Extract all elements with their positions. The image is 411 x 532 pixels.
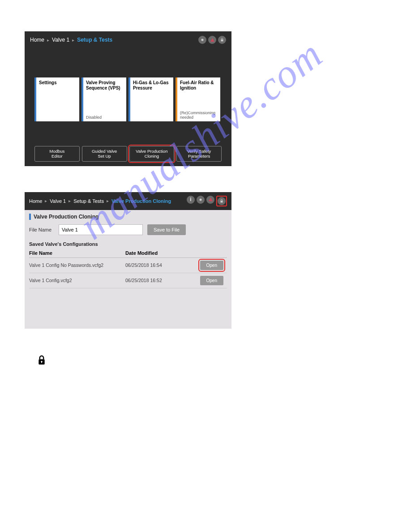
verify-safety-parameters-button[interactable]: Verify Safety Parameters [176, 146, 222, 162]
cards-row: Settings Valve Proving Sequence (VPS) Di… [25, 48, 231, 121]
modbus-editor-button[interactable]: Modbus Editor [34, 146, 80, 162]
card-title: Hi-Gas & Lo-Gas Pressure [133, 80, 171, 91]
screenshot-cloning: Home ▸ Valve 1 ▸ Setup & Tests ▸ Valve P… [25, 192, 231, 329]
lock-standalone [25, 355, 386, 367]
cell-date: 06/25/2018 16:54 [125, 262, 192, 268]
warning-icon[interactable] [208, 36, 216, 44]
info-icon[interactable]: i [187, 196, 195, 204]
filename-label: File Name [29, 227, 54, 232]
cell-file-name: Valve 1 Config No Passwords.vcfg2 [29, 262, 125, 268]
card-title: Valve Proving Sequence (VPS) [86, 80, 124, 91]
breadcrumb-home[interactable]: Home [29, 198, 42, 204]
breadcrumb-home[interactable]: Home [30, 37, 44, 43]
table-row: Valve 1 Config.vcfg2 06/25/2018 16:52 Op… [29, 273, 227, 288]
svg-point-0 [201, 39, 204, 41]
guided-valve-setup-button[interactable]: Guided Valve Set Up [82, 146, 127, 162]
card-fuel-air[interactable]: Fuel-Air Ratio & Ignition (Re)Commission… [176, 77, 220, 121]
svg-rect-6 [41, 361, 42, 363]
save-to-file-button[interactable]: Save to File [147, 224, 186, 235]
open-button[interactable]: Open [200, 276, 223, 285]
breadcrumb: Home ▸ Valve 1 ▸ Setup & Tests ▸ Valve P… [29, 198, 171, 204]
bottom-buttons: Modbus Editor Guided Valve Set Up Valve … [25, 121, 231, 162]
cell-file-name: Valve 1 Config.vcfg2 [29, 278, 125, 283]
chevron-icon: ▸ [72, 38, 74, 43]
breadcrumb-valve[interactable]: Valve 1 [50, 198, 66, 204]
open-button[interactable]: Open [200, 261, 223, 270]
table-row: Valve 1 Config No Passwords.vcfg2 06/25/… [29, 258, 227, 273]
cloning-content: Valve Production Cloning File Name Save … [25, 210, 231, 329]
breadcrumb-current: Setup & Tests [77, 37, 112, 43]
card-gas-pressure[interactable]: Hi-Gas & Lo-Gas Pressure [128, 77, 173, 121]
camera-icon[interactable] [197, 196, 205, 204]
topbar-icons: i [187, 196, 227, 206]
svg-rect-3 [221, 201, 223, 202]
lock-icon [37, 359, 46, 367]
warning-icon[interactable] [206, 196, 214, 204]
card-vps[interactable]: Valve Proving Sequence (VPS) Disabled [81, 77, 126, 121]
breadcrumb-current: Valve Production Cloning [111, 198, 171, 204]
chevron-icon: ▸ [68, 198, 71, 203]
card-settings[interactable]: Settings [34, 77, 79, 121]
chevron-icon: ▸ [47, 38, 49, 43]
topbar-icons [198, 36, 226, 44]
card-title: Fuel-Air Ratio & Ignition [180, 80, 218, 91]
lock-icon[interactable] [218, 197, 226, 205]
chevron-icon: ▸ [45, 198, 47, 203]
section-title: Valve Production Cloning [29, 214, 227, 220]
table-header: File Name Date Modified [29, 249, 227, 258]
svg-point-2 [200, 198, 202, 201]
svg-rect-1 [221, 39, 223, 41]
filename-row: File Name Save to File [29, 224, 227, 235]
chevron-icon: ▸ [107, 198, 109, 203]
camera-icon[interactable] [198, 36, 206, 44]
col-file-name: File Name [29, 250, 125, 256]
topbar: Home ▸ Valve 1 ▸ Setup & Tests ▸ Valve P… [25, 192, 231, 210]
valve-production-cloning-button[interactable]: Valve Production Cloning [129, 146, 175, 162]
screenshot-setup-tests: Home ▸ Valve 1 ▸ Setup & Tests Set [25, 31, 231, 166]
col-date-modified: Date Modified [125, 250, 192, 256]
card-title: Settings [39, 80, 77, 86]
breadcrumb-setup[interactable]: Setup & Tests [73, 198, 104, 204]
topbar: Home ▸ Valve 1 ▸ Setup & Tests [25, 31, 231, 48]
breadcrumb: Home ▸ Valve 1 ▸ Setup & Tests [30, 37, 112, 43]
lock-icon[interactable] [218, 36, 226, 44]
saved-heading: Saved Valve's Configurations [29, 241, 227, 247]
card-status: (Re)Commissioning needed [180, 111, 218, 120]
lock-icon-highlight [216, 196, 227, 206]
card-status: Disabled [86, 115, 124, 120]
breadcrumb-valve[interactable]: Valve 1 [52, 37, 69, 43]
filename-input[interactable] [59, 224, 143, 235]
cell-date: 06/25/2018 16:52 [125, 278, 192, 283]
